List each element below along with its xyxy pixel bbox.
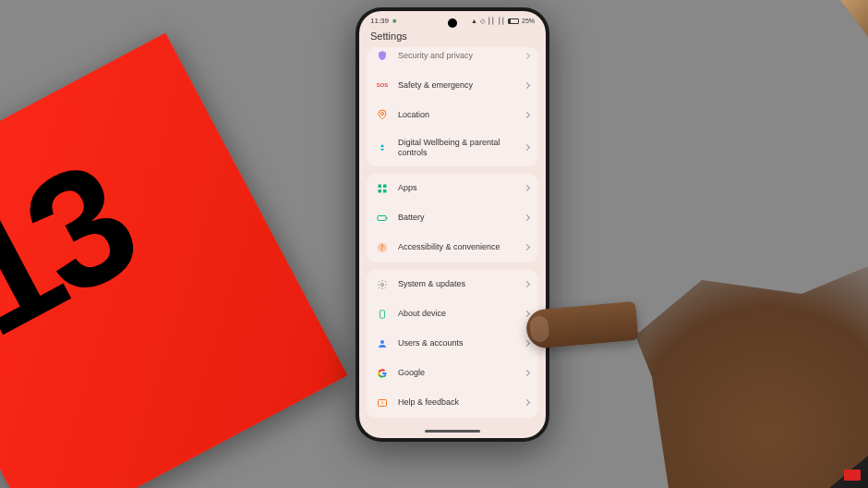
settings-list[interactable]: Security and privacy SOS Safety & emerge… [359, 47, 546, 418]
item-label: Users & accounts [398, 338, 515, 348]
item-label: Safety & emergency [398, 80, 515, 91]
chevron-right-icon [524, 311, 530, 317]
battery-icon [508, 18, 519, 24]
help-icon [376, 396, 389, 409]
svg-rect-3 [383, 184, 387, 188]
settings-item-system[interactable]: System & updates [367, 270, 538, 299]
camera-hole [448, 18, 457, 28]
about-icon [376, 308, 389, 321]
chevron-right-icon [524, 185, 530, 191]
settings-item-google[interactable]: Google [367, 359, 538, 388]
svg-rect-5 [383, 189, 387, 193]
phone-screen: 11:39 ■ ▲ ◇ ⎮⎮ ⎮⎮ 25% Settings [359, 11, 546, 438]
wifi-icon: ◇ [480, 18, 485, 25]
svg-rect-6 [378, 215, 386, 220]
sos-icon: SOS [376, 79, 389, 92]
system-icon [376, 278, 389, 291]
svg-point-9 [381, 244, 383, 246]
status-time: 11:39 [370, 17, 389, 25]
chevron-right-icon [524, 81, 530, 88]
settings-item-location[interactable]: Location [367, 100, 538, 129]
accessibility-icon [376, 241, 389, 254]
signal-icon: ⎮⎮ [488, 18, 495, 25]
chevron-right-icon [524, 370, 530, 376]
settings-item-security[interactable]: Security and privacy [367, 47, 538, 70]
home-indicator[interactable] [425, 430, 480, 433]
svg-rect-2 [379, 184, 382, 188]
location-icon [376, 108, 389, 121]
settings-item-accessibility[interactable]: Accessibility & convenience [367, 233, 538, 262]
apps-icon [376, 182, 389, 195]
item-label: Apps [398, 183, 515, 193]
svg-rect-4 [379, 189, 382, 193]
item-label: Battery [398, 213, 515, 223]
chevron-right-icon [524, 281, 530, 287]
battery-icon [376, 212, 389, 225]
settings-group-2: Apps Battery Accessibility & convenience [367, 174, 538, 262]
shield-icon [376, 49, 389, 62]
item-label: Security and privacy [398, 51, 515, 61]
finger [524, 301, 638, 349]
item-label: Location [398, 110, 515, 120]
chevron-right-icon [524, 111, 530, 117]
item-label: About device [398, 309, 515, 319]
airplane-icon: ▲ [471, 18, 477, 24]
item-label: Digital Wellbeing & parental controls [398, 138, 515, 158]
settings-group-1: Security and privacy SOS Safety & emerge… [367, 47, 538, 166]
settings-item-help[interactable]: Help & feedback [367, 388, 538, 418]
google-icon [376, 367, 389, 380]
chevron-right-icon [524, 244, 530, 250]
hand [536, 211, 868, 488]
svg-point-10 [381, 283, 384, 286]
svg-rect-11 [380, 310, 385, 317]
users-icon [376, 337, 389, 350]
settings-item-apps[interactable]: Apps [367, 174, 538, 203]
item-label: System & updates [398, 279, 515, 289]
battery-pct: 25% [522, 18, 535, 24]
item-label: Help & feedback [398, 397, 515, 408]
settings-group-3: System & updates About device Users & ac… [367, 270, 538, 418]
item-label: Google [398, 368, 515, 378]
page-title: Settings [359, 27, 546, 47]
box-number: 13 [0, 126, 159, 372]
item-label: Accessibility & convenience [398, 242, 515, 252]
product-box: 13 [0, 32, 347, 488]
signal-icon-2: ⎮⎮ [498, 18, 505, 25]
phone-frame: 11:39 ■ ▲ ◇ ⎮⎮ ⎮⎮ 25% Settings [356, 7, 549, 442]
chevron-right-icon [524, 52, 530, 58]
message-icon: ■ [392, 18, 396, 24]
svg-point-1 [381, 144, 384, 147]
red-accent-br [844, 470, 861, 481]
svg-point-12 [380, 340, 384, 344]
wellbeing-icon [376, 141, 389, 154]
settings-item-about[interactable]: About device [367, 299, 538, 329]
chevron-right-icon [524, 340, 530, 347]
chevron-right-icon [524, 214, 530, 221]
chevron-right-icon [524, 144, 530, 151]
settings-item-users[interactable]: Users & accounts [367, 329, 538, 359]
settings-item-wellbeing[interactable]: Digital Wellbeing & parental controls [367, 129, 538, 166]
settings-item-battery[interactable]: Battery [367, 203, 538, 233]
settings-item-safety[interactable]: SOS Safety & emergency [367, 70, 538, 100]
chevron-right-icon [524, 399, 530, 406]
svg-point-0 [381, 113, 384, 116]
background-corner-tr [822, 0, 868, 37]
